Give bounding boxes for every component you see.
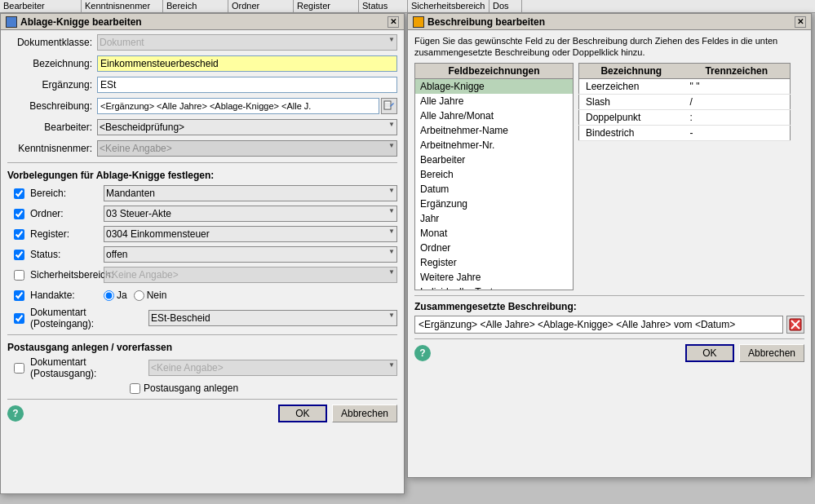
register-label: Register: [30, 228, 104, 240]
zusammengesetzte-input[interactable] [414, 316, 783, 334]
separator-row-3[interactable]: Bindestrich - [579, 126, 791, 141]
handakte-nein-radio[interactable] [134, 290, 144, 301]
sicherheitsbereich-checkbox[interactable] [14, 270, 24, 281]
handakte-ja-radio[interactable] [104, 290, 114, 301]
ergaenzung-input[interactable] [97, 77, 397, 93]
postausgang-anlegen-label[interactable]: Postausgang anlegen [130, 382, 238, 394]
separator-row-1[interactable]: Slash / [579, 95, 791, 110]
dokumentart-posteingang-checkbox[interactable] [14, 313, 24, 324]
register-checkbox[interactable] [14, 229, 24, 240]
bereich-select-wrapper[interactable]: Mandanten [104, 185, 397, 201]
field-list[interactable]: Ablage-Knigge Alle Jahre Alle Jahre/Mona… [414, 78, 574, 290]
left-abbrechen-button[interactable]: Abbrechen [332, 405, 397, 422]
beschreibung-input-wrapper [97, 98, 397, 114]
status-checkbox-col [7, 250, 30, 260]
dokumentart-posteingang-select-wrapper[interactable]: ESt-Bescheid [148, 310, 397, 326]
separator-name-0: Leerzeichen [579, 79, 684, 95]
ordner-checkbox[interactable] [14, 209, 24, 219]
handakte-row: Handakte: Ja Nein [7, 286, 397, 304]
register-select[interactable]: 0304 Einkommensteuer [104, 226, 397, 242]
field-list-item-11[interactable]: Ordner [415, 241, 573, 255]
field-list-item-9[interactable]: Jahr [415, 211, 573, 226]
dokumentklasse-select-wrapper[interactable]: Dokument [97, 34, 397, 51]
field-list-item-6[interactable]: Bereich [415, 167, 573, 182]
bezeichnung-input[interactable] [97, 55, 397, 72]
left-dialog-close[interactable]: ✕ [388, 16, 399, 28]
bezeichnung-label: Bezeichnung: [7, 58, 97, 69]
dokumentart-postausgang-checkbox[interactable] [14, 363, 24, 374]
beschreibung-input[interactable] [97, 98, 379, 114]
separator-char-1: / [684, 95, 791, 110]
field-list-item-5[interactable]: Bearbeiter [415, 153, 573, 167]
field-list-item-4[interactable]: Arbeitnehmer-Nr. [415, 138, 573, 153]
sicherheitsbereich-select-wrapper[interactable]: <Keine Angabe> [104, 267, 397, 283]
handakte-checkbox-col [7, 290, 30, 301]
sicherheitsbereich-label: Sicherheitsbereich: [30, 269, 104, 281]
status-select[interactable]: offen [104, 246, 397, 263]
left-dialog-title-text: Ablage-Knigge bearbeiten [20, 16, 142, 28]
handakte-nein-label[interactable]: Nein [134, 290, 167, 301]
right-ok-button[interactable]: OK [685, 344, 734, 362]
handakte-checkbox[interactable] [14, 290, 24, 301]
status-label: Status: [30, 249, 104, 260]
field-list-item-13[interactable]: Weitere Jahre [415, 270, 573, 285]
field-list-item-3[interactable]: Arbeitnehmer-Name [415, 123, 573, 138]
beschreibung-row: Beschreibung: [7, 97, 397, 115]
right-abbrechen-button[interactable]: Abbrechen [739, 344, 804, 362]
handakte-radio-group: Ja Nein [104, 290, 166, 301]
separator-row-0[interactable]: Leerzeichen " " [579, 79, 791, 95]
dokumentart-postausgang-label: Dokumentart (Postausgang): [30, 356, 148, 379]
right-dialog-buttons: OK Abbrechen [685, 344, 804, 362]
kenntnisnenmer-select[interactable]: <Keine Angabe> [97, 140, 397, 157]
kenntnisnenmer-row: Kenntnisnenmer: <Keine Angabe> [7, 139, 397, 157]
handakte-label: Handakte: [30, 290, 104, 301]
field-list-item-14[interactable]: Individueller Text ... [415, 285, 573, 290]
bereich-checkbox[interactable] [14, 188, 24, 199]
field-list-item-7[interactable]: Datum [415, 182, 573, 197]
field-list-item-10[interactable]: Monat [415, 226, 573, 241]
register-select-wrapper[interactable]: 0304 Einkommensteuer [104, 226, 397, 242]
ordner-select[interactable]: 03 Steuer-Akte [104, 206, 397, 222]
bereich-checkbox-col [7, 188, 30, 199]
field-list-item-8[interactable]: Ergänzung [415, 197, 573, 211]
postausgang-anlegen-checkbox[interactable] [130, 383, 140, 394]
handakte-ja-text: Ja [117, 290, 127, 301]
field-list-item-12[interactable]: Register [415, 255, 573, 270]
right-dialog-title-text: Beschreibung bearbeiten [427, 16, 545, 28]
bereich-select[interactable]: Mandanten [104, 185, 397, 201]
field-list-item-1[interactable]: Alle Jahre [415, 94, 573, 108]
bearbeiter-select[interactable]: <Bescheidprüfung> [97, 119, 397, 135]
left-ok-button[interactable]: OK [278, 405, 327, 422]
postausgang-anlegen-section: Postausgang anlegen [7, 382, 397, 394]
field-list-item-2[interactable]: Alle Jahre/Monat [415, 108, 573, 123]
left-dialog-buttons: OK Abbrechen [278, 405, 397, 422]
ordner-select-wrapper[interactable]: 03 Steuer-Akte [104, 206, 397, 222]
separator-section: Bezeichnung Trennzeichen Leerzeichen " "… [578, 63, 791, 290]
beschreibung-edit-button[interactable] [381, 98, 397, 114]
sicherheitsbereich-select[interactable]: <Keine Angabe> [104, 267, 397, 283]
zusammengesetzte-label: Zusammengesetzte Beschreibung: [414, 301, 804, 312]
right-dialog-close[interactable]: ✕ [795, 16, 806, 28]
col-bereich: Bereich [163, 0, 228, 12]
field-list-item-0[interactable]: Ablage-Knigge [415, 79, 573, 94]
zusammengesetzte-clear-button[interactable] [786, 316, 804, 334]
status-select-wrapper[interactable]: offen [104, 246, 397, 263]
separator-name-2: Doppelpunkt [579, 110, 684, 126]
dokumentart-posteingang-select[interactable]: ESt-Bescheid [148, 310, 397, 326]
dokumentklasse-label: Dokumentklasse: [7, 37, 97, 48]
sicherheitsbereich-checkbox-col [7, 270, 30, 281]
register-row: Register: 0304 Einkommensteuer [7, 225, 397, 243]
dokumentart-postausgang-select-wrapper[interactable]: <Keine Angabe> [148, 360, 397, 376]
right-help-icon[interactable]: ? [414, 345, 431, 361]
dokumentart-postausgang-row: Dokumentart (Postausgang): <Keine Angabe… [7, 356, 397, 379]
dokumentklasse-select[interactable]: Dokument [97, 34, 397, 51]
handakte-ja-label[interactable]: Ja [104, 290, 127, 301]
left-help-icon[interactable]: ? [7, 405, 24, 422]
feldbezeichnungen-header: Feldbezeichnungen [414, 63, 574, 78]
right-dialog-info-text: Fügen Sie das gewünschte Feld zu der Bes… [414, 36, 777, 57]
bearbeiter-select-wrapper[interactable]: <Bescheidprüfung> [97, 119, 397, 135]
dokumentart-postausgang-select[interactable]: <Keine Angabe> [148, 360, 397, 376]
status-checkbox[interactable] [14, 250, 24, 260]
separator-row-2[interactable]: Doppelpunkt : [579, 110, 791, 126]
kenntnisnenmer-select-wrapper[interactable]: <Keine Angabe> [97, 140, 397, 157]
